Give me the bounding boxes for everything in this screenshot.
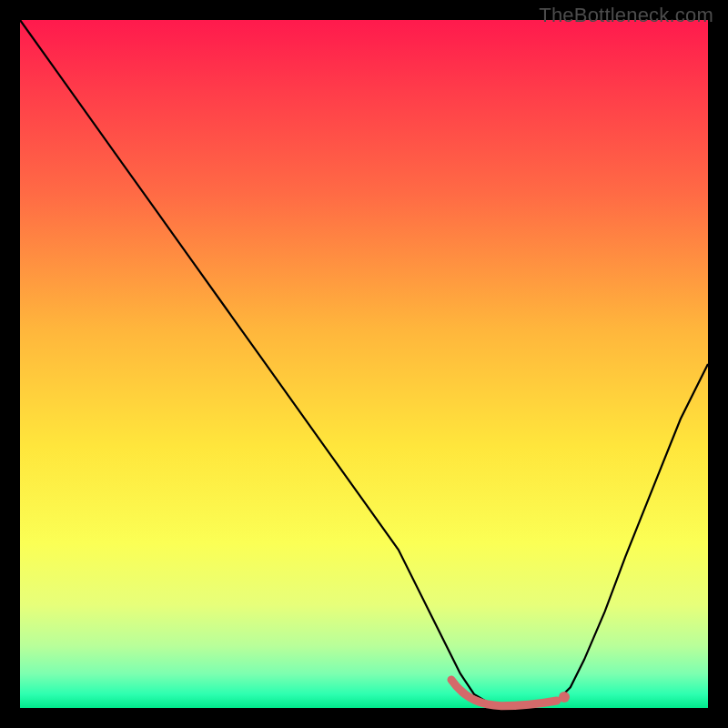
- curve-svg: [20, 20, 708, 708]
- plot-area: [20, 20, 708, 708]
- valley-end-dot: [559, 692, 570, 703]
- chart-frame: TheBottleneck.com: [0, 0, 728, 728]
- watermark-text: TheBottleneck.com: [539, 4, 713, 27]
- bottleneck-curve: [20, 20, 708, 707]
